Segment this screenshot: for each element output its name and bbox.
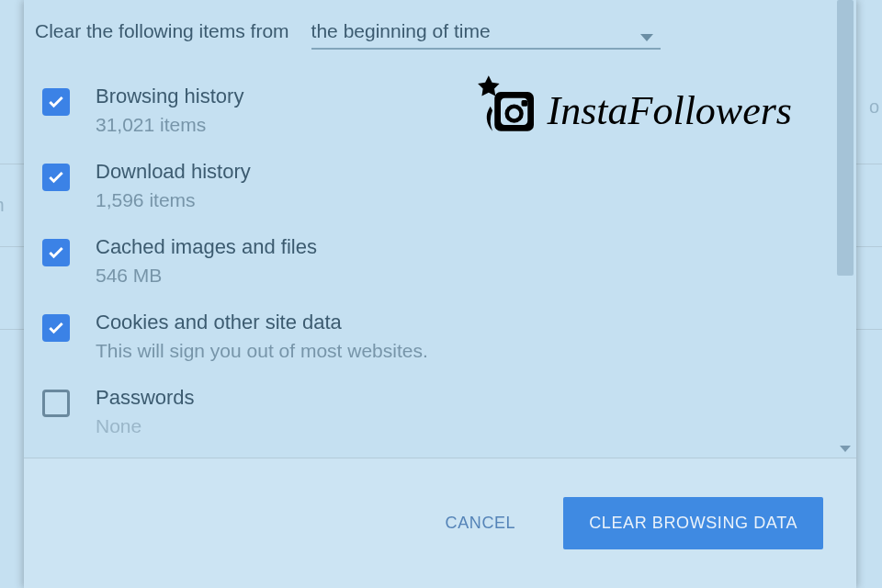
checkbox-cached-images[interactable] [42, 239, 70, 266]
scrollbar-thumb[interactable] [837, 0, 854, 276]
option-download-history[interactable]: Download history 1,596 items [24, 151, 834, 226]
option-title: Cookies and other site data [96, 311, 823, 334]
option-cookies[interactable]: Cookies and other site data This will si… [24, 301, 834, 377]
scroll-down-icon[interactable] [840, 446, 851, 452]
option-title: Cached images and files [96, 235, 823, 259]
option-passwords[interactable]: Passwords None [24, 377, 834, 437]
option-subtitle: None [96, 415, 823, 437]
dialog-content: Clear the following items from the begin… [24, 0, 834, 458]
time-range-row: Clear the following items from the begin… [24, 20, 834, 75]
chevron-down-icon [640, 34, 653, 41]
option-subtitle: 1,596 items [96, 189, 823, 211]
option-title: Browsing history [96, 85, 823, 108]
clear-browsing-data-dialog: Clear the following items from the begin… [24, 0, 856, 588]
check-icon [47, 168, 65, 187]
time-range-value: the beginning of time [311, 20, 491, 42]
time-range-select[interactable]: the beginning of time [311, 20, 661, 50]
check-icon [47, 93, 65, 111]
checkbox-download-history[interactable] [42, 164, 70, 191]
background-text: o [869, 96, 879, 118]
option-cached-images[interactable]: Cached images and files 546 MB [24, 226, 834, 301]
check-icon [47, 243, 65, 262]
clear-browsing-data-button[interactable]: CLEAR BROWSING DATA [563, 497, 823, 549]
option-title: Passwords [96, 386, 823, 410]
check-icon [47, 319, 65, 337]
option-title: Download history [96, 160, 823, 184]
option-browsing-history[interactable]: Browsing history 31,021 items [24, 75, 834, 151]
option-subtitle: 546 MB [96, 265, 823, 287]
dialog-footer: CANCEL CLEAR BROWSING DATA [24, 458, 856, 588]
option-subtitle: This will sign you out of most websites. [96, 340, 823, 362]
checkbox-cookies[interactable] [42, 314, 70, 342]
checkbox-browsing-history[interactable] [42, 88, 70, 116]
checkbox-passwords[interactable] [42, 390, 70, 417]
time-range-label: Clear the following items from [35, 20, 289, 42]
cancel-button[interactable]: CANCEL [446, 514, 516, 533]
scrollbar[interactable] [834, 0, 856, 458]
background-text: th [0, 195, 5, 216]
option-subtitle: 31,021 items [96, 114, 823, 136]
